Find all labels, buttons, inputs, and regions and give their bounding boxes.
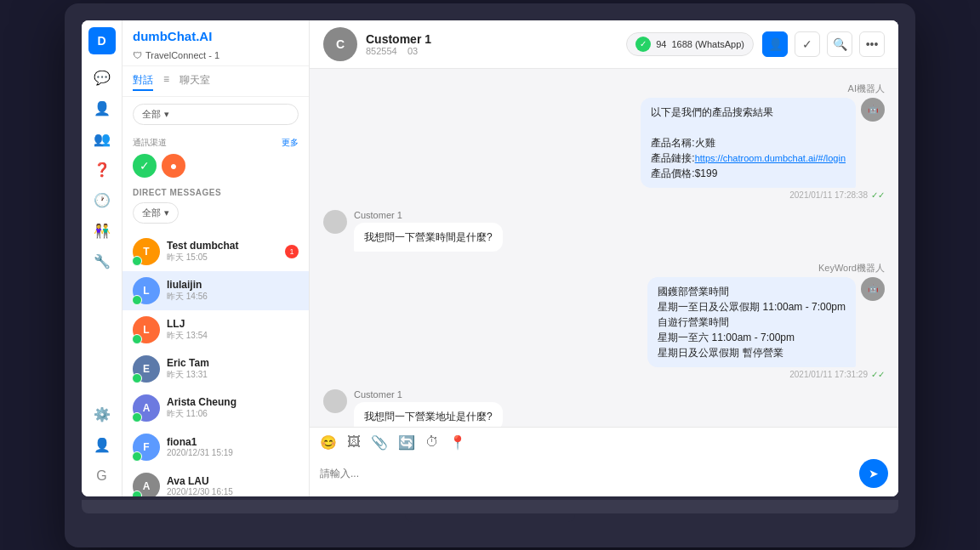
channels-header: 通訊渠道 更多	[133, 137, 299, 149]
contact-item-llj[interactable]: L LLJ 昨天 13:54	[122, 310, 309, 349]
contact-item-liulaijin[interactable]: L liulaijin 昨天 14:56	[122, 271, 309, 310]
product-link[interactable]: https://chatroom.dumbchat.ai/#/login	[695, 153, 846, 163]
message-sender: Customer 1	[354, 210, 503, 220]
channels-more[interactable]: 更多	[282, 137, 299, 149]
contact-time: 昨天 11:06	[167, 408, 299, 420]
customer-name: Customer 1	[366, 32, 618, 46]
contact-item-fiona[interactable]: F fiona1 2020/12/31 15:19	[122, 428, 309, 467]
emoji-icon[interactable]: 😊	[320, 434, 337, 451]
contact-name: Eric Tam	[167, 357, 299, 369]
contact-badge: 1	[285, 245, 299, 258]
icon-sidebar: D 💬 👤 👥 ❓ 🕐 👫 🔧 ⚙️ 👤 G	[82, 20, 122, 496]
chat-area: C Customer 1 852554 03 ✓ 94 1688 (WhatsA…	[310, 20, 898, 496]
main-sidebar: dumbChat.AI 🛡 TravelConnect - 1 對話 ≡ 聊天室…	[122, 20, 310, 496]
whatsapp-dot	[132, 412, 142, 422]
contact-item-arista[interactable]: A Arista Cheung 昨天 11:06	[122, 388, 309, 428]
dm-filter-button[interactable]: 全部 ▾	[133, 202, 179, 224]
contact-info: fiona1 2020/12/31 15:19	[167, 436, 299, 457]
brand-badge: 🛡 TravelConnect - 1	[133, 50, 299, 60]
contact-time: 昨天 13:54	[167, 330, 299, 342]
contact-time: 昨天 15:05	[167, 252, 278, 264]
message-bubble: 國鑊部營業時間 星期一至日及公眾假期 11:00am - 7:00pm 自遊行營…	[647, 277, 856, 367]
channels-label: 通訊渠道	[133, 137, 167, 149]
contact-item-testdumbchat[interactable]: T Test dumbchat 昨天 15:05 1	[122, 232, 309, 271]
nav-icon-google[interactable]: G	[88, 462, 116, 490]
customer-sub: 852554 03	[366, 46, 618, 56]
messages-area: AI機器人 以下是我們的產品搜索結果 產品名稱:火雞 產品鏈接:https://…	[310, 69, 898, 427]
refresh-icon[interactable]: 🔄	[398, 434, 415, 451]
contact-avatar: T	[133, 238, 160, 265]
contact-avatar: A	[133, 394, 160, 422]
contact-name: Arista Cheung	[167, 396, 299, 408]
contact-avatar: E	[133, 355, 160, 383]
contact-time: 2020/12/30 16:15	[167, 487, 299, 496]
nav-tabs: 對話 ≡ 聊天室	[122, 66, 309, 97]
message-row: Customer 1 我想問一下營業地址是什麼?	[323, 389, 885, 427]
tab-chatroom[interactable]: 聊天室	[179, 71, 210, 91]
nav-icon-extensions[interactable]: 🔧	[88, 248, 116, 275]
contact-list: T Test dumbchat 昨天 15:05 1 L	[122, 232, 309, 496]
nav-icon-team[interactable]: 👥	[88, 126, 116, 153]
message-content: AI機器人 以下是我們的產品搜索結果 產品名稱:火雞 產品鏈接:https://…	[641, 82, 885, 200]
filter-all-button[interactable]: 全部 ▾	[133, 104, 299, 125]
message-input[interactable]	[320, 468, 852, 479]
whatsapp-dot	[132, 334, 142, 344]
tab-menu[interactable]: ≡	[163, 71, 169, 91]
nav-icon-history[interactable]: 🕐	[88, 187, 116, 214]
check-button[interactable]: ✓	[795, 31, 820, 57]
whatsapp-dot	[132, 256, 142, 266]
brand: dumbChat.AI	[133, 29, 299, 43]
chat-title: Customer 1 852554 03	[366, 32, 618, 56]
whatsapp-channel-icon[interactable]: ✓	[133, 154, 157, 178]
message-content: Customer 1 我想問一下營業時間是什麼?	[354, 210, 503, 252]
dm-header: DIRECT MESSAGES	[133, 188, 299, 197]
contact-name: Ava LAU	[167, 475, 299, 487]
search-button[interactable]: 🔍	[827, 31, 852, 57]
input-toolbar: 😊 🖼 📎 🔄 ⏱ 📍	[310, 427, 898, 454]
contact-name: liulaijin	[167, 279, 299, 291]
send-button[interactable]: ➤	[859, 459, 888, 488]
read-check-icon: ✓✓	[871, 190, 885, 200]
contact-item-avalau[interactable]: A Ava LAU 2020/12/30 16:15	[122, 467, 309, 496]
contact-avatar: A	[133, 473, 160, 496]
channels-section: 通訊渠道 更多 ✓ ●	[122, 132, 309, 183]
whatsapp-dot	[132, 490, 142, 496]
contact-info: Eric Tam 昨天 13:31	[167, 357, 299, 381]
other-channel-icon[interactable]: ●	[162, 154, 185, 178]
image-icon[interactable]: 🖼	[347, 434, 361, 450]
message-content: Customer 1 我想問一下營業地址是什麼?	[354, 389, 503, 427]
location-icon[interactable]: 📍	[449, 434, 466, 451]
contact-item-erictam[interactable]: E Eric Tam 昨天 13:31	[122, 349, 309, 388]
nav-icon-settings[interactable]: ⚙️	[88, 401, 116, 428]
brand-name: dumbChat.AI	[133, 29, 212, 43]
tab-conversations[interactable]: 對話	[133, 71, 153, 91]
whatsapp-dot	[132, 373, 142, 383]
nav-icon-chat[interactable]: 💬	[88, 65, 116, 92]
app-logo[interactable]: D	[88, 27, 116, 54]
contact-time: 2020/12/31 15:19	[167, 448, 299, 457]
nav-icon-account[interactable]: 👤	[88, 432, 116, 459]
customer-avatar	[323, 389, 347, 413]
channel-icons: ✓ ●	[133, 154, 299, 178]
profile-button[interactable]: 👤	[762, 31, 788, 57]
read-check-icon: ✓✓	[871, 370, 885, 379]
bot-avatar: 🤖	[861, 98, 885, 122]
nav-icon-contacts[interactable]: 👤	[88, 95, 116, 122]
contact-time: 昨天 14:56	[167, 291, 299, 303]
whatsapp-channel-icon: ✓	[635, 37, 651, 52]
attachment-icon[interactable]: 📎	[371, 434, 388, 451]
nav-icon-help[interactable]: ❓	[88, 156, 116, 184]
chat-actions: 👤 ✓ 🔍 •••	[762, 31, 885, 57]
message-row: AI機器人 以下是我們的產品搜索結果 產品名稱:火雞 產品鏈接:https://…	[323, 82, 885, 200]
message-row: KeyWord機器人 國鑊部營業時間 星期一至日及公眾假期 11:00am - …	[323, 262, 885, 379]
more-button[interactable]: •••	[859, 31, 885, 57]
contact-info: liulaijin 昨天 14:56	[167, 279, 299, 303]
nav-icon-users[interactable]: 👫	[88, 218, 116, 245]
contact-info: Arista Cheung 昨天 11:06	[167, 396, 299, 420]
dm-section: DIRECT MESSAGES 全部 ▾	[122, 183, 309, 232]
contact-time: 昨天 13:31	[167, 369, 299, 381]
contact-avatar: L	[133, 316, 160, 343]
bot-avatar: 🤖	[861, 277, 885, 301]
contact-avatar: F	[133, 434, 160, 461]
timer-icon[interactable]: ⏱	[425, 434, 439, 450]
